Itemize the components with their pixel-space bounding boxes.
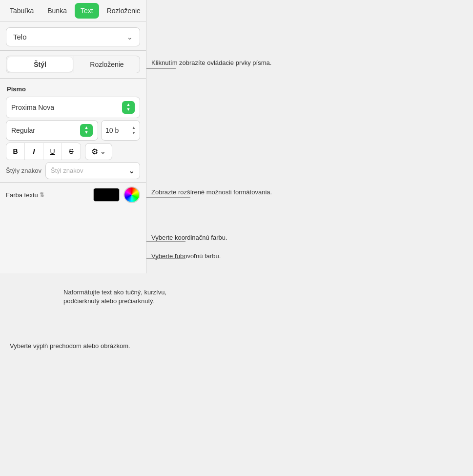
- format-row: B I U S ⚙ ⌄: [6, 143, 140, 160]
- char-styles-dropdown[interactable]: Štýl znakov ⌄: [45, 162, 140, 179]
- tab-text[interactable]: Text: [75, 3, 99, 19]
- font-style-value: Regular: [11, 126, 35, 134]
- divider-2: [0, 78, 146, 79]
- bold-button[interactable]: B: [6, 143, 25, 160]
- tab-bar: Tabuľka Bunka Text Rozloženie: [0, 0, 146, 21]
- format-buttons: B I U S: [6, 143, 81, 160]
- advanced-format-button[interactable]: ⚙ ⌄: [85, 143, 112, 160]
- stepper-inner: ▲ ▼: [126, 103, 131, 112]
- style-value: Telo: [13, 33, 27, 41]
- tab-bunka[interactable]: Bunka: [41, 3, 73, 19]
- annotations-area: Kliknutím zobrazíte ovládacie prvky písm…: [146, 0, 473, 476]
- seg-btn-rozlozenie[interactable]: Rozloženie: [74, 56, 140, 73]
- color-swatch-black[interactable]: [93, 188, 120, 202]
- divider-1: [0, 50, 146, 51]
- char-styles-row: Štýly znakov Štýl znakov ⌄: [6, 162, 140, 179]
- char-styles-chevron: ⌄: [128, 166, 135, 175]
- annotation-advanced-format: Zobrazte rozšírené možnosti formátovania…: [151, 188, 272, 197]
- divider-3: [0, 182, 146, 183]
- segmented-control: Štýl Rozloženie: [6, 56, 140, 73]
- gear-icon: ⚙: [91, 147, 98, 156]
- connector-lines: [146, 0, 473, 476]
- font-style-stepper[interactable]: ▲ ▼: [80, 124, 93, 137]
- font-name-stepper[interactable]: ▲ ▼: [122, 101, 135, 114]
- tab-tabulka[interactable]: Tabuľka: [4, 3, 40, 19]
- annotation-format-text: Naformátujte text ako tučný, kurzívu, po…: [63, 288, 190, 306]
- underline-button[interactable]: U: [43, 143, 62, 160]
- char-styles-label: Štýly znakov: [6, 167, 41, 174]
- font-name-row[interactable]: Proxima Nova ▲ ▼: [6, 97, 140, 118]
- font-style-row: Regular ▲ ▼ 10 b ▲ ▼: [6, 120, 140, 141]
- stepper-inner-2: ▲ ▼: [84, 125, 89, 135]
- annotation-font-controls: Kliknutím zobrazíte ovládacie prvky písm…: [151, 59, 271, 67]
- color-wheel-button[interactable]: [123, 186, 140, 203]
- tab-rozlozenie[interactable]: Rozloženie: [101, 3, 146, 19]
- font-size-stepper[interactable]: ▲ ▼: [132, 125, 136, 135]
- advanced-chevron: ⌄: [100, 147, 106, 155]
- seg-btn-style[interactable]: Štýl: [7, 57, 73, 72]
- text-color-label: Farba textu ⇅: [6, 191, 44, 199]
- italic-button[interactable]: I: [25, 143, 43, 160]
- font-section-label: Písmo: [0, 82, 146, 95]
- font-size-value: 10 b: [105, 126, 119, 134]
- style-selector[interactable]: Telo ⌄: [6, 27, 140, 46]
- text-color-row: Farba textu ⇅: [6, 186, 140, 203]
- char-styles-placeholder: Štýl znakov: [51, 167, 83, 174]
- strikethrough-button[interactable]: S: [62, 143, 81, 160]
- style-selector-chevron: ⌄: [127, 33, 133, 41]
- font-name-value: Proxima Nova: [11, 103, 54, 111]
- text-color-stepper-icon[interactable]: ⇅: [40, 191, 44, 198]
- annotation-coord-color: Vyberte koordinačnú farbu.: [151, 233, 227, 242]
- annotation-any-color: Vyberte ľubovoľnú farbu.: [151, 252, 221, 261]
- font-style-select[interactable]: Regular ▲ ▼: [6, 120, 98, 141]
- font-size-box[interactable]: 10 b ▲ ▼: [101, 120, 140, 141]
- annotation-fill: Vyberte výplň prechodom alebo obrázkom.: [10, 342, 130, 351]
